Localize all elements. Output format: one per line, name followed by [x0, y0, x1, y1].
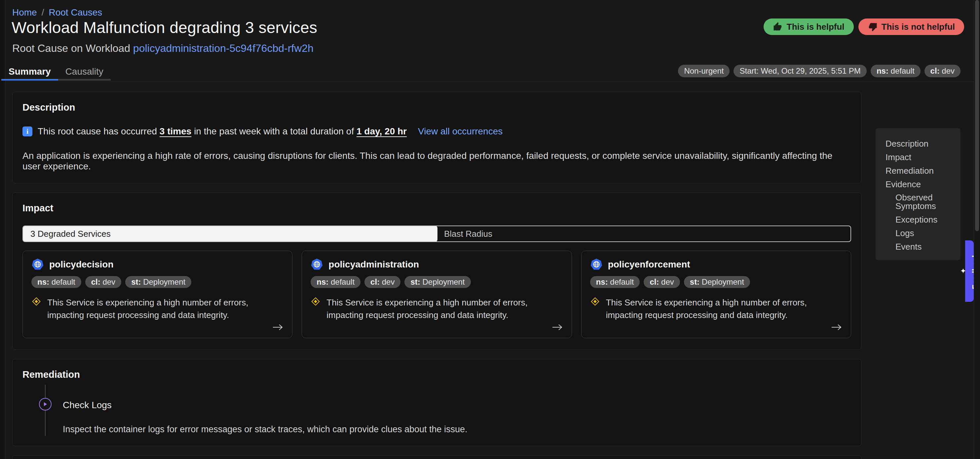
page-subtitle: Root Cause on Workload policyadministrat… — [12, 42, 313, 54]
st-value: Deployment — [143, 277, 185, 286]
ns-key: ns: — [596, 277, 608, 286]
occurrence-middle: in the past week with a total duration o… — [194, 126, 354, 137]
remediation-section: Remediation Check Logs Inspect the conta… — [12, 359, 861, 446]
remediation-step: Check Logs Inspect the container logs fo… — [22, 389, 851, 435]
ns-value: default — [51, 277, 75, 286]
service-description: This Service is experiencing a high numb… — [47, 297, 278, 321]
thumbs-up-icon — [773, 22, 783, 32]
info-icon: i — [22, 127, 32, 137]
vertical-scrollbar[interactable] — [974, 0, 980, 459]
service-badges: ns: default cl: dev st: Deployment — [32, 276, 283, 288]
service-badges: ns: default cl: dev st: Deployment — [590, 276, 842, 288]
service-icon — [590, 258, 603, 271]
breadcrumb-home-link[interactable]: Home — [12, 7, 37, 18]
step-description: Inspect the container logs for error mes… — [63, 424, 851, 435]
evidence-section: Evidence 3 Observed Symptoms Service — [12, 455, 861, 459]
ns-badge: ns: default — [310, 276, 361, 288]
impact-segmented-control: 3 Degraded Services Blast Radius — [22, 226, 851, 242]
service-description: This Service is experiencing a high numb… — [326, 297, 558, 321]
impact-heading: Impact — [22, 203, 851, 214]
degraded-services-tab[interactable]: 3 Degraded Services — [23, 226, 437, 241]
toc-item-exceptions[interactable]: Exceptions — [876, 215, 961, 224]
warning-icon — [590, 297, 600, 307]
service-name: policydecision — [49, 259, 114, 270]
arrow-right-icon[interactable] — [272, 323, 283, 332]
cl-badge: cl: dev — [85, 276, 121, 288]
service-badges: ns: default cl: dev st: Deployment — [310, 276, 563, 288]
main-content: Description i This root cause has occurr… — [12, 92, 861, 459]
ns-badge: ns: default — [590, 276, 640, 288]
workload-link[interactable]: policyadministration-5c94f76cbd-rfw2h — [133, 42, 313, 54]
toc-item-logs[interactable]: Logs — [876, 229, 961, 237]
breadcrumb: Home / Root Causes — [12, 7, 102, 18]
warning-icon — [310, 297, 320, 307]
meta-badges: Non-urgent Start: Wed, Oct 29, 2025, 5:5… — [678, 65, 961, 77]
cl-key: cl: — [649, 277, 659, 286]
cl-badge: cl: dev — [644, 276, 680, 288]
occurrence-line: i This root cause has occurred 3 times i… — [22, 126, 851, 137]
description-section: Description i This root cause has occurr… — [12, 92, 861, 183]
service-icon — [32, 258, 44, 271]
service-name: policyadministration — [328, 259, 419, 270]
toc-item-impact[interactable]: Impact — [876, 153, 961, 162]
toc-item-observed-symptoms[interactable]: Observed Symptoms — [876, 193, 961, 210]
step-title: Check Logs — [63, 389, 851, 410]
st-value: Deployment — [702, 277, 744, 286]
ns-badge: ns: default — [32, 276, 81, 288]
arrow-right-icon[interactable] — [552, 323, 563, 332]
namespace-badge: ns: default — [871, 65, 921, 77]
service-description: This Service is experiencing a high numb… — [606, 297, 837, 321]
arrow-right-icon[interactable] — [831, 323, 842, 332]
occurrence-prefix: This root cause has occurred — [38, 126, 157, 137]
remediation-heading: Remediation — [22, 369, 851, 380]
tab-summary[interactable]: Summary — [1, 64, 58, 81]
helpful-button-label: This is helpful — [787, 22, 845, 32]
service-card-policyadministration[interactable]: policyadministration ns: default cl: dev… — [302, 251, 572, 338]
st-badge: st: Deployment — [404, 276, 471, 288]
occurrence-text: This root cause has occurred 3 times in … — [38, 126, 407, 137]
thumbs-down-icon — [868, 22, 878, 32]
helpful-button[interactable]: This is helpful — [764, 19, 854, 35]
impact-section: Impact 3 Degraded Services Blast Radius — [12, 192, 861, 350]
st-value: Deployment — [422, 277, 465, 286]
service-name: policyenforcement — [608, 259, 690, 270]
st-key: st: — [690, 277, 700, 286]
service-card-policyenforcement[interactable]: policyenforcement ns: default cl: dev st… — [581, 251, 851, 338]
ns-key: ns: — [317, 277, 328, 286]
description-body: An application is experiencing a high ra… — [22, 151, 851, 172]
scrollbar-thumb[interactable] — [975, 0, 979, 231]
header-divider — [5, 81, 974, 82]
service-cards-row: policydecision ns: default cl: dev st: D… — [22, 251, 851, 338]
not-helpful-button[interactable]: This is not helpful — [858, 19, 964, 35]
cl-value: dev — [382, 277, 395, 286]
ns-value: default — [331, 277, 355, 286]
play-step-icon[interactable] — [39, 398, 51, 410]
occurrence-count: 3 times — [159, 126, 192, 137]
service-card-policydecision[interactable]: policydecision ns: default cl: dev st: D… — [22, 251, 293, 338]
toc-item-events[interactable]: Events — [876, 242, 961, 251]
cluster-badge: cl: dev — [924, 65, 961, 77]
toc-item-evidence[interactable]: Evidence — [876, 180, 961, 189]
warning-icon — [32, 297, 41, 307]
ns-key: ns: — [37, 277, 49, 286]
view-all-occurrences-link[interactable]: View all occurrences — [418, 126, 503, 137]
subtitle-prefix: Root Cause on Workload — [12, 42, 130, 54]
tab-causality[interactable]: Causality — [58, 64, 111, 81]
st-badge: st: Deployment — [684, 276, 750, 288]
feedback-side-tab[interactable]: ✦ Feedback — [965, 240, 974, 302]
page-title: Workload Malfunction degrading 3 service… — [11, 19, 317, 37]
occurrence-duration: 1 day, 20 hr — [356, 126, 407, 137]
blast-radius-tab[interactable]: Blast Radius — [437, 226, 851, 241]
namespace-value: default — [891, 67, 915, 75]
cl-key: cl: — [371, 277, 380, 286]
st-key: st: — [131, 277, 141, 286]
cluster-key: cl: — [931, 67, 940, 75]
toc-item-remediation[interactable]: Remediation — [876, 167, 961, 175]
service-icon — [310, 258, 323, 271]
breadcrumb-root-causes-link[interactable]: Root Causes — [49, 7, 102, 18]
not-helpful-button-label: This is not helpful — [881, 22, 955, 32]
page-toc: Description Impact Remediation Evidence … — [876, 128, 961, 260]
feedback-buttons: This is helpful This is not helpful — [764, 19, 964, 35]
toc-item-description[interactable]: Description — [876, 139, 961, 148]
namespace-key: ns: — [877, 67, 888, 75]
